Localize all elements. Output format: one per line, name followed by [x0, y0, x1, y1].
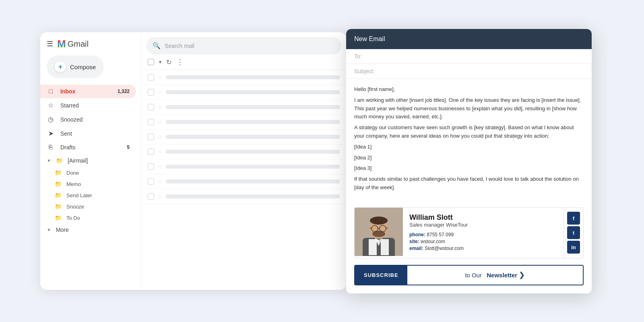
select-dropdown-icon[interactable]: ▾ — [159, 59, 161, 65]
star-icon[interactable]: ☆ — [157, 193, 163, 200]
drafts-icon: ⎘ — [47, 144, 55, 151]
row-checkbox[interactable] — [148, 89, 154, 95]
greeting-text: Hello [first name], — [354, 85, 584, 94]
site-label: site: — [409, 239, 419, 244]
table-row[interactable]: ☆ — [141, 115, 346, 130]
table-row[interactable]: ☆ — [141, 100, 346, 115]
memo-label: Memo — [66, 181, 81, 187]
row-checkbox[interactable] — [148, 134, 154, 140]
row-checkbox[interactable] — [148, 149, 154, 155]
table-row[interactable]: ☆ — [141, 189, 346, 204]
table-row[interactable]: ☆ — [141, 144, 346, 159]
twitter-button[interactable]: t — [567, 226, 580, 239]
body-para2: A strategy our customers have seen such … — [354, 124, 584, 140]
facebook-icon: f — [573, 215, 574, 221]
search-bar[interactable]: 🔍 Search mail — [146, 37, 341, 54]
subfolder-memo[interactable]: 📁 Memo — [48, 178, 136, 190]
memo-folder-icon: 📁 — [55, 181, 62, 187]
star-icon[interactable]: ☆ — [157, 134, 163, 140]
row-checkbox[interactable] — [148, 74, 154, 80]
newsletter-prefix: to Our — [465, 272, 482, 279]
subscribe-button[interactable]: SUBSCRIBE — [355, 266, 407, 285]
row-checkbox[interactable] — [148, 163, 154, 170]
email-list-panel: 🔍 Search mail ▾ ↻ ⋮ ☆ ☆ ☆ — [141, 32, 346, 290]
newsletter-bold: Newsletter — [487, 272, 517, 279]
snoozed-label: Snoozed — [60, 116, 83, 123]
star-icon[interactable]: ☆ — [157, 89, 163, 95]
star-icon[interactable]: ☆ — [157, 74, 163, 80]
twitter-icon: t — [573, 230, 574, 236]
inbox-icon: □ — [47, 88, 55, 95]
sidebar-item-snoozed[interactable]: ◷ Snoozed — [40, 112, 136, 126]
table-row[interactable]: ☆ — [141, 130, 346, 144]
row-checkbox[interactable] — [148, 119, 154, 125]
subscribe-arrow-icon: ❯ — [519, 270, 525, 279]
body-para1: I am working with other [insert job titl… — [354, 96, 584, 121]
drafts-label: Drafts — [60, 144, 75, 151]
gmail-sidebar: ☰ M Gmail + Compose □ Inbox 1,322 ☆ Star… — [40, 32, 141, 290]
to-field[interactable]: To: — [346, 49, 592, 64]
refresh-icon[interactable]: ↻ — [166, 58, 171, 66]
linkedin-button[interactable]: in — [567, 241, 580, 254]
sidebar-item-drafts[interactable]: ⎘ Drafts 5 — [40, 140, 136, 154]
subfolder-done[interactable]: 📁 Done — [48, 167, 136, 178]
todo-label: To Do — [66, 215, 80, 221]
table-row[interactable]: ☆ — [141, 174, 346, 189]
email-preview-bar — [166, 105, 340, 109]
to-label: To: — [354, 53, 378, 60]
subfolder-send-later[interactable]: 📁 Send Later — [48, 190, 136, 201]
subscribe-label: SUBSCRIBE — [364, 272, 398, 278]
star-icon[interactable]: ☆ — [157, 104, 163, 110]
subfolder-snooze[interactable]: 📁 Snooze — [48, 201, 136, 212]
sidebar-more-toggle[interactable]: ▼ More — [40, 223, 141, 236]
sidebar-header: ☰ M Gmail — [40, 39, 141, 56]
airmail-collapse-icon: ▼ — [47, 158, 51, 163]
compose-button[interactable]: + Compose — [47, 56, 104, 78]
star-icon[interactable]: ☆ — [157, 163, 163, 170]
sidebar-item-starred[interactable]: ☆ Starred — [40, 98, 136, 112]
email-signature: William Slott Sales manager WiseTour pho… — [354, 207, 584, 258]
subject-field[interactable]: Subject: — [346, 64, 592, 79]
person-avatar-svg — [355, 208, 403, 256]
sig-site: site: wstour.com — [409, 239, 557, 244]
done-label: Done — [66, 170, 79, 176]
todo-folder-icon: 📁 — [55, 215, 62, 221]
row-checkbox[interactable] — [148, 193, 154, 200]
snooze-label: Snooze — [66, 204, 84, 210]
subfolder-todo[interactable]: 📁 To Do — [48, 212, 136, 223]
sidebar-item-inbox[interactable]: □ Inbox 1,322 — [40, 85, 136, 98]
select-all-checkbox[interactable] — [148, 59, 154, 65]
email-preview-bar — [166, 165, 340, 169]
closing-text: If that sounds similar to past challenge… — [354, 175, 584, 192]
subscribe-banner: SUBSCRIBE to Our Newsletter ❯ — [354, 265, 584, 285]
row-checkbox[interactable] — [148, 178, 154, 185]
more-options-icon[interactable]: ⋮ — [176, 58, 184, 66]
clock-icon: ◷ — [47, 116, 55, 123]
phone-label: phone: — [409, 232, 425, 237]
sig-name: William Slott — [409, 213, 557, 222]
starred-label: Starred — [60, 102, 79, 109]
sidebar-item-sent[interactable]: ➤ Sent — [40, 126, 136, 140]
email-toolbar: ▾ ↻ ⋮ — [141, 54, 346, 70]
airmail-subfolders: 📁 Done 📁 Memo 📁 Send Later 📁 Snooze 📁 To… — [40, 167, 141, 223]
email-preview-bar — [166, 180, 340, 184]
facebook-button[interactable]: f — [567, 212, 580, 225]
snooze-folder-icon: 📁 — [55, 203, 62, 210]
gmail-text-logo: Gmail — [68, 39, 89, 49]
email-label: email: — [409, 246, 423, 251]
row-checkbox[interactable] — [148, 104, 154, 110]
gmail-m-logo: M — [57, 39, 66, 49]
search-input[interactable]: Search mail — [165, 43, 335, 49]
star-icon[interactable]: ☆ — [157, 178, 163, 185]
menu-icon[interactable]: ☰ — [47, 39, 53, 48]
newsletter-text: to Our Newsletter ❯ — [407, 266, 583, 285]
table-row[interactable]: ☆ — [141, 159, 346, 174]
compose-body: Hello [first name], I am working with ot… — [346, 79, 592, 201]
sidebar-item-airmail[interactable]: ▼ 📁 [Airmail] — [40, 154, 136, 167]
star-icon[interactable]: ☆ — [157, 149, 163, 155]
idea3-text: [Idea 3] — [354, 164, 584, 173]
table-row[interactable]: ☆ — [141, 70, 346, 85]
email-list: ☆ ☆ ☆ ☆ ☆ — [141, 70, 346, 290]
table-row[interactable]: ☆ — [141, 85, 346, 100]
star-icon[interactable]: ☆ — [157, 119, 163, 125]
